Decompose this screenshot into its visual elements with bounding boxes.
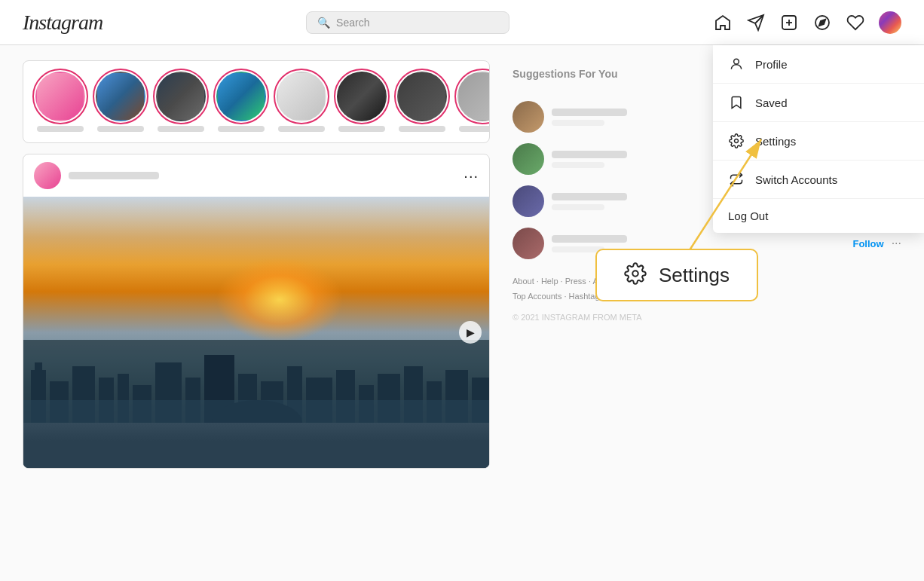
- home-icon[interactable]: [713, 13, 733, 32]
- follow-button[interactable]: Follow: [852, 238, 883, 249]
- nav-icons: [713, 11, 901, 34]
- post-username: [69, 172, 159, 179]
- city-silhouette: [23, 340, 489, 423]
- story-label: [97, 126, 144, 132]
- story-avatar: [156, 72, 206, 121]
- story-avatar: [35, 72, 85, 121]
- suggestion-actions: Follow ···: [852, 237, 901, 250]
- story-item[interactable]: [457, 72, 490, 132]
- suggestion-sub: [552, 162, 604, 168]
- switch-label: Switch Accounts: [755, 173, 837, 186]
- settings-highlight-box: Settings: [595, 249, 758, 301]
- more-dots[interactable]: ···: [892, 237, 901, 250]
- post-user: [34, 162, 159, 189]
- story-item[interactable]: [337, 72, 387, 132]
- post-card: ···: [23, 154, 490, 469]
- story-item[interactable]: [96, 72, 145, 132]
- story-item[interactable]: [156, 72, 206, 132]
- suggestion-sub: [552, 120, 604, 126]
- suggestion-name: [552, 151, 627, 158]
- story-avatar: [277, 72, 326, 121]
- svg-point-33: [632, 271, 638, 277]
- header: Instagram 🔍: [0, 0, 924, 45]
- stories-container: [23, 60, 490, 143]
- suggestion-name: [552, 235, 627, 243]
- story-avatar: [457, 72, 490, 121]
- logout-label: Log Out: [728, 209, 768, 222]
- story-item[interactable]: [277, 72, 326, 132]
- settings-highlight-label: Settings: [659, 264, 730, 287]
- next-post-button[interactable]: ▶: [459, 321, 482, 344]
- suggestion-name: [552, 109, 627, 116]
- dropdown-item-saved[interactable]: Saved: [713, 84, 924, 122]
- svg-point-5: [734, 59, 739, 64]
- new-post-icon[interactable]: [779, 13, 799, 32]
- footer-copyright: © 2021 INSTAGRAM FROM META: [512, 310, 901, 326]
- top-accounts-link[interactable]: Top Accounts: [512, 292, 561, 301]
- story-label: [399, 126, 445, 132]
- help-link[interactable]: Help: [541, 277, 558, 286]
- story-avatar: [96, 72, 145, 121]
- story-label: [278, 126, 325, 132]
- story-avatar: [216, 72, 266, 121]
- story-label: [459, 126, 490, 132]
- search-input[interactable]: [336, 17, 498, 29]
- profile-avatar[interactable]: [879, 11, 901, 34]
- story-item[interactable]: [397, 72, 447, 132]
- story-label: [338, 126, 385, 132]
- suggestions-header: Suggestions For You: [512, 68, 618, 80]
- suggestion-name: [552, 193, 627, 200]
- suggestion-sub: [552, 204, 604, 210]
- suggestion-avatar[interactable]: [512, 228, 544, 259]
- post-image-inner: [23, 197, 489, 468]
- about-link[interactable]: About: [512, 277, 534, 286]
- story-avatar: [337, 72, 387, 121]
- press-link[interactable]: Press: [565, 277, 586, 286]
- messenger-icon[interactable]: [746, 13, 766, 32]
- dropdown-item-profile[interactable]: Profile: [713, 45, 924, 84]
- switch-icon: [728, 171, 745, 188]
- explore-icon[interactable]: [812, 13, 832, 32]
- suggestion-avatar[interactable]: [512, 185, 544, 217]
- suggestion-avatar[interactable]: [512, 143, 544, 175]
- heart-icon[interactable]: [846, 13, 865, 32]
- bookmark-icon: [728, 94, 745, 111]
- svg-marker-4: [819, 19, 825, 25]
- svg-point-6: [735, 139, 739, 143]
- settings-label: Settings: [755, 135, 796, 148]
- story-label: [218, 126, 265, 132]
- dropdown-item-settings[interactable]: Settings: [713, 122, 924, 161]
- post-header: ···: [23, 154, 489, 197]
- story-label: [37, 126, 84, 132]
- story-item[interactable]: [216, 72, 266, 132]
- post-image: ▶: [23, 197, 489, 468]
- saved-label: Saved: [755, 96, 788, 109]
- profile-label: Profile: [755, 58, 788, 71]
- dropdown-item-switch[interactable]: Switch Accounts: [713, 161, 924, 199]
- story-avatar: [397, 72, 447, 121]
- dropdown-item-logout[interactable]: Log Out: [713, 199, 924, 233]
- feed-column: ···: [23, 60, 490, 566]
- search-icon: 🔍: [317, 17, 330, 29]
- person-icon: [728, 56, 745, 72]
- dropdown-menu: Profile Saved Settings: [713, 45, 924, 233]
- gear-icon-dropdown: [728, 133, 745, 149]
- logo: Instagram: [23, 11, 102, 35]
- post-avatar[interactable]: [34, 162, 61, 189]
- story-label: [158, 126, 204, 132]
- search-bar: 🔍: [306, 11, 509, 34]
- post-more-button[interactable]: ···: [464, 167, 479, 185]
- story-item[interactable]: [35, 72, 85, 132]
- suggestion-avatar[interactable]: [512, 101, 544, 133]
- gear-icon-highlight: [624, 262, 647, 288]
- svg-rect-30: [23, 400, 489, 423]
